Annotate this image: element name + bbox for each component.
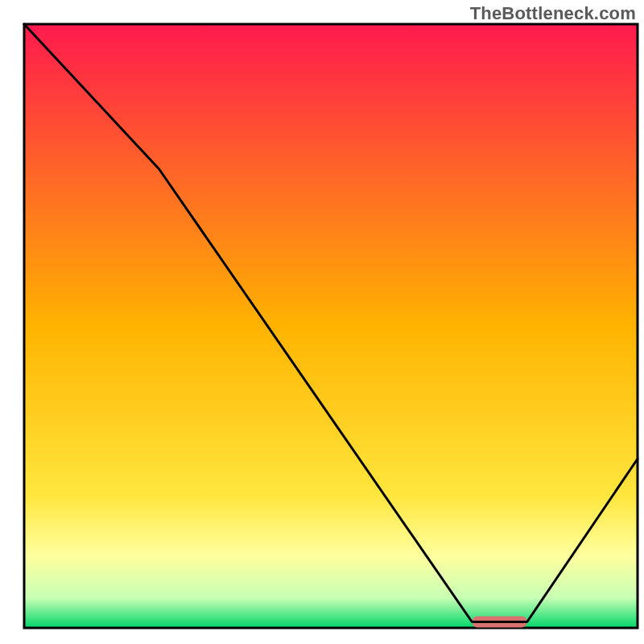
chart-container: TheBottleneck.com — [0, 0, 644, 644]
bottleneck-chart — [0, 0, 644, 644]
gradient-background — [24, 24, 638, 628]
attribution-text: TheBottleneck.com — [470, 3, 636, 24]
